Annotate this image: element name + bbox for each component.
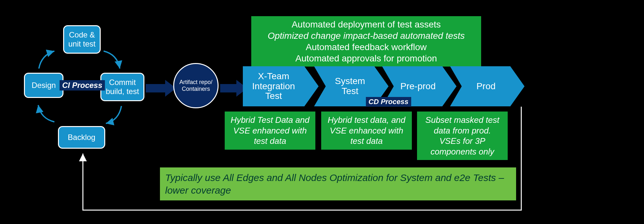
feedback-arrow-prod-to-backlog [81,107,525,217]
ci-commit-box: Commit build, test [100,73,144,101]
ci-commit-label: Commit build, test [104,78,141,96]
chevron-prod-label: Prod [476,81,495,91]
ci-process-text: CI Process [62,81,102,90]
ci-code-unit-label: Code & unit test [67,30,97,48]
artifact-repo-node: Artifact repo/ Containers [173,63,219,108]
chevron-preprod-label: Pre-prod [401,81,436,91]
banner-line-2: Optimized change impact-based automated … [257,30,475,41]
banner-line-1: Automated deployment of test assets [257,19,475,30]
arrow-code-to-commit [100,48,124,72]
arrow-backlog-to-design [36,102,59,125]
ci-code-unit-box: Code & unit test [63,25,101,54]
arrow-commit-to-artifact [146,80,176,97]
ci-design-box: Design [24,73,63,98]
ci-design-label: Design [32,81,56,90]
banner-line-4: Automated approvals for promotion [257,53,475,64]
banner-line-3: Automated feedback workflow [257,41,475,53]
chevron-xteam: X-Team Integration Test [243,66,319,106]
chevron-prod: Prod [450,66,525,106]
chevron-system-label: System Test [328,76,372,96]
chevron-xteam-label: X-Team Integration Test [245,71,302,101]
ci-process-label: CI Process [60,80,105,91]
cd-process-text: CD Process [368,98,409,106]
cd-process-label: CD Process [366,97,411,107]
automation-banner: Automated deployment of test assets Opti… [251,16,481,67]
artifact-repo-label: Artifact repo/ Containers [174,79,218,92]
arrow-design-to-code [36,48,59,72]
